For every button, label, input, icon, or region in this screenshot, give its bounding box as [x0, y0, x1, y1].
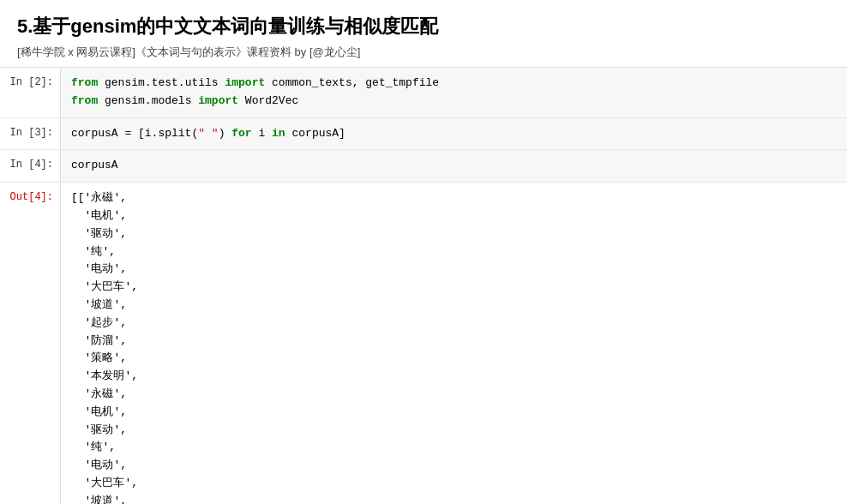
plain-text: corpusA = [i.split(: [71, 127, 198, 140]
cell-in2: In [2]: from gensim.test.utils import co…: [0, 68, 847, 118]
out-line: '坡道',: [71, 297, 837, 315]
out-line: '起步',: [71, 315, 837, 333]
code-line: from gensim.models import Word2Vec: [71, 93, 837, 111]
out-line: '纯',: [71, 439, 837, 457]
plain-text: corpusA]: [285, 127, 345, 140]
keyword: from: [71, 94, 98, 107]
keyword: import: [225, 76, 265, 89]
out-line: [['永磁',: [71, 189, 837, 207]
plain-text: ): [219, 127, 232, 140]
out-line: '大巴车',: [71, 279, 837, 297]
cell-label-in4: In [4]:: [0, 150, 60, 179]
keyword: in: [272, 127, 285, 140]
cell-content-in4[interactable]: corpusA: [60, 150, 847, 182]
out-line: '永磁',: [71, 386, 837, 404]
plain-text: common_texts, get_tmpfile: [265, 76, 439, 89]
out-line: '本发明',: [71, 368, 837, 386]
cell-in3: In [3]: corpusA = [i.split(" ") for i in…: [0, 118, 847, 151]
cell-out4: Out[4]: [['永磁', '电机', '驱动', '纯', '电动', '…: [0, 183, 847, 504]
notebook-title: 5.基于gensim的中文文本词向量训练与相似度匹配: [17, 14, 830, 39]
cell-content-in2[interactable]: from gensim.test.utils import common_tex…: [60, 68, 847, 117]
keyword: from: [71, 76, 98, 89]
title-area: 5.基于gensim的中文文本词向量训练与相似度匹配 [稀牛学院 x 网易云课程…: [0, 0, 847, 68]
cell-content-out4: [['永磁', '电机', '驱动', '纯', '电动', '大巴车', '坡…: [60, 183, 847, 504]
out-line: '坡道',: [71, 493, 837, 504]
cell-label-out4: Out[4]:: [0, 183, 60, 212]
plain-text: i: [252, 127, 272, 140]
keyword: for: [231, 127, 251, 140]
out-line: '电动',: [71, 261, 837, 279]
notebook-subtitle: [稀牛学院 x 网易云课程]《文本词与句的表示》课程资料 by [@龙心尘]: [17, 45, 830, 60]
plain-text: gensim.test.utils: [98, 76, 225, 89]
plain-text: gensim.models: [98, 94, 198, 107]
plain-text: Word2Vec: [238, 94, 298, 107]
cell-content-in3[interactable]: corpusA = [i.split(" ") for i in corpusA…: [60, 118, 847, 150]
out-line: '大巴车',: [71, 475, 837, 493]
out-line: '驱动',: [71, 225, 837, 243]
code-line: from gensim.test.utils import common_tex…: [71, 75, 837, 93]
out-line: '策略',: [71, 350, 837, 368]
out-line: '电机',: [71, 207, 837, 225]
code-line: corpusA: [71, 157, 837, 175]
out-line: '驱动',: [71, 422, 837, 440]
plain-text: corpusA: [71, 159, 118, 171]
notebook-container: 5.基于gensim的中文文本词向量训练与相似度匹配 [稀牛学院 x 网易云课程…: [0, 0, 847, 504]
code-line: corpusA = [i.split(" ") for i in corpusA…: [71, 125, 837, 143]
out-line: '电动',: [71, 457, 837, 475]
string: " ": [198, 127, 218, 140]
out-line: '防溜',: [71, 333, 837, 351]
cell-label-in2: In [2]:: [0, 68, 60, 97]
out-line: '纯',: [71, 243, 837, 261]
cell-in4: In [4]: corpusA: [0, 150, 847, 183]
keyword: import: [198, 94, 238, 107]
cell-label-in3: In [3]:: [0, 118, 60, 147]
out-line: '电机',: [71, 404, 837, 422]
